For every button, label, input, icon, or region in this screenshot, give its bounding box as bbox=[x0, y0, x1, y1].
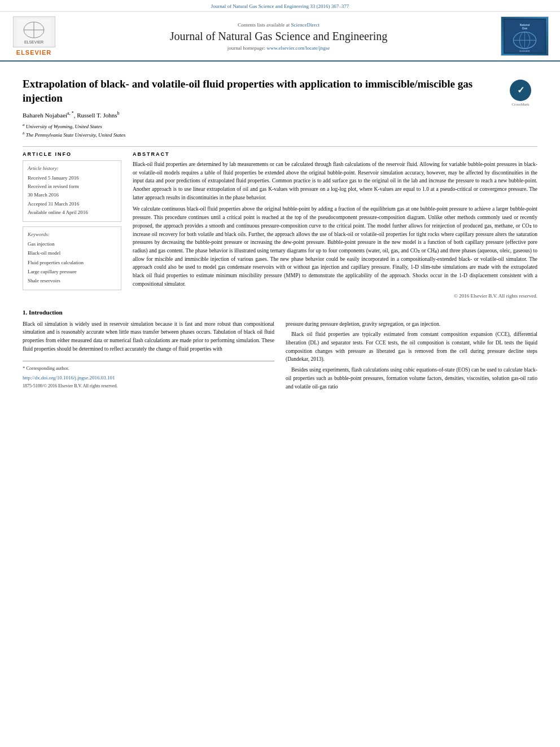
author2-sup: b bbox=[117, 111, 120, 116]
elsevier-text: ELSEVIER bbox=[16, 49, 51, 56]
affiliation-a: a University of Wyoming, United States bbox=[23, 122, 537, 130]
intro-two-col: Black oil simulation is widely used in r… bbox=[23, 320, 537, 391]
footnote-area: * Corresponding author. http://dx.doi.or… bbox=[23, 361, 274, 388]
journal-cover-image: Natural Gas ELSEVIER bbox=[501, 16, 549, 56]
affiliation-b: b The Pennsylvania State University, Uni… bbox=[23, 130, 537, 139]
svg-text:Gas: Gas bbox=[522, 27, 528, 30]
journal-homepage: journal homepage: www.elsevier.com/locat… bbox=[62, 45, 495, 51]
keyword-1: Gas injection bbox=[28, 239, 116, 248]
accepted-date: Accepted 31 March 2016 bbox=[28, 200, 116, 208]
homepage-url[interactable]: www.elsevier.com/locate/jngse bbox=[266, 45, 330, 51]
introduction-section: 1. Introduction Black oil simulation is … bbox=[23, 309, 537, 391]
intro-left-col: Black oil simulation is widely used in r… bbox=[23, 320, 274, 391]
svg-text:Natural: Natural bbox=[520, 23, 530, 27]
main-content: Extrapolation of black- and volatile-oil… bbox=[0, 62, 560, 402]
abstract-paragraph-2: We calculate continuous black-oil fluid … bbox=[133, 205, 537, 288]
received-revised-label: Received in revised form bbox=[28, 182, 116, 191]
keywords-label: Keywords: bbox=[28, 231, 116, 237]
elsevier-logo-image: ELSEVIER bbox=[13, 16, 55, 47]
intro-p-right3: Besides using experiments, flash calcula… bbox=[286, 366, 537, 391]
corresponding-author-note: * Corresponding author. bbox=[23, 365, 274, 372]
intro-section-number: 1. bbox=[23, 309, 27, 316]
abstract-column: ABSTRACT Black-oil fluid properties are … bbox=[133, 151, 537, 299]
keyword-2: Black-oil model bbox=[28, 248, 116, 257]
article-info-label: ARTICLE INFO bbox=[23, 151, 121, 157]
keyword-4: Large capillary pressure bbox=[28, 267, 116, 276]
intro-p-right1: pressure during pressure depletion, grav… bbox=[286, 320, 537, 329]
intro-right-col: pressure during pressure depletion, grav… bbox=[286, 320, 537, 391]
keyword-5: Shale reservoirs bbox=[28, 276, 116, 285]
author1-sup: a, * bbox=[67, 111, 74, 116]
crossmark-badge: ✓ CrossMark bbox=[504, 77, 537, 108]
doi-link[interactable]: http://dx.doi.org/10.1016/j.jngse.2016.0… bbox=[23, 375, 115, 381]
copyright-line: © 2016 Elsevier B.V. All rights reserved… bbox=[133, 293, 537, 299]
intro-heading: 1. Introduction bbox=[23, 309, 537, 316]
svg-text:ELSEVIER: ELSEVIER bbox=[520, 50, 530, 53]
intro-right-text: pressure during pressure depletion, grav… bbox=[286, 320, 537, 391]
journal-title: Journal of Natural Gas Science and Engin… bbox=[62, 30, 495, 43]
abstract-paragraph-1: Black-oil fluid properties are determine… bbox=[133, 160, 537, 202]
svg-text:ELSEVIER: ELSEVIER bbox=[24, 40, 43, 44]
keyword-3: Fluid properties calculation bbox=[28, 258, 116, 267]
issn-text: 1875-5100/© 2016 Elsevier B.V. All right… bbox=[23, 383, 117, 388]
intro-left-text: Black oil simulation is widely used in r… bbox=[23, 320, 274, 353]
journal-reference: Journal of Natural Gas Science and Engin… bbox=[0, 0, 560, 12]
intro-p-right2: Black oil fluid properties are typically… bbox=[286, 330, 537, 364]
journal-center: Contents lists available at ScienceDirec… bbox=[62, 22, 495, 51]
received-date1: Received 5 January 2016 bbox=[28, 174, 116, 182]
sciencedirect-link: Contents lists available at ScienceDirec… bbox=[62, 22, 495, 28]
affiliations: a University of Wyoming, United States b… bbox=[23, 122, 537, 139]
journal-ref-text: Journal of Natural Gas Science and Engin… bbox=[211, 3, 349, 9]
section-divider bbox=[23, 146, 537, 147]
history-label: Article history: bbox=[28, 165, 116, 171]
article-history-box: Article history: Received 5 January 2016… bbox=[23, 160, 121, 222]
author1-name: Bahareh Nojabaei bbox=[23, 112, 67, 119]
keywords-box: Keywords: Gas injection Black-oil model … bbox=[23, 226, 121, 290]
available-date: Available online 4 April 2016 bbox=[28, 208, 116, 217]
elsevier-logo: ELSEVIER ELSEVIER bbox=[11, 16, 56, 56]
received-revised-date: 30 March 2016 bbox=[28, 191, 116, 199]
info-abstract-section: ARTICLE INFO Article history: Received 5… bbox=[23, 151, 537, 299]
journal-header: ELSEVIER ELSEVIER Contents lists availab… bbox=[0, 12, 560, 62]
intro-p1: Black oil simulation is widely used in r… bbox=[23, 320, 274, 353]
author2-name: Russell T. Johns bbox=[77, 112, 117, 119]
intro-section-title: Introduction bbox=[29, 309, 63, 316]
crossmark-icon: ✓ bbox=[510, 80, 531, 101]
abstract-text: Black-oil fluid properties are determine… bbox=[133, 160, 537, 289]
authors-line: Bahareh Nojabaeia, *, Russell T. Johnsb bbox=[23, 111, 537, 119]
article-title: Extrapolation of black- and volatile-oil… bbox=[23, 77, 537, 105]
abstract-label: ABSTRACT bbox=[133, 151, 537, 157]
article-info-column: ARTICLE INFO Article history: Received 5… bbox=[23, 151, 121, 299]
crossmark-label: CrossMark bbox=[511, 102, 529, 107]
sciencedirect-name[interactable]: ScienceDirect bbox=[291, 22, 320, 28]
